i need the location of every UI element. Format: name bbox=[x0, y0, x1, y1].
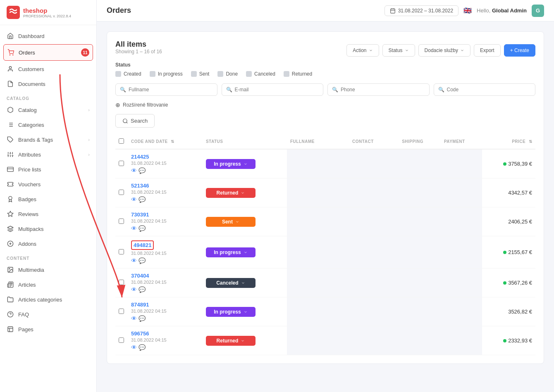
order-code-link[interactable]: 214425 bbox=[131, 154, 149, 160]
phone-input[interactable] bbox=[341, 87, 425, 93]
status-returned[interactable]: Returned bbox=[284, 71, 312, 77]
sidebar-item-multipacks[interactable]: Multipacks bbox=[0, 221, 96, 236]
chevron-down-icon bbox=[244, 310, 248, 314]
row-select-checkbox[interactable] bbox=[119, 161, 124, 166]
order-code-link[interactable]: 494821 bbox=[131, 240, 154, 250]
row-select-checkbox[interactable] bbox=[119, 337, 124, 343]
fullname-input[interactable] bbox=[129, 87, 213, 93]
create-button[interactable]: + Create bbox=[504, 44, 535, 57]
sidebar-item-dashboard[interactable]: Dashboard bbox=[0, 29, 96, 43]
order-code-link[interactable]: 370404 bbox=[131, 273, 149, 279]
sidebar-item-orders[interactable]: Orders 11 bbox=[3, 44, 93, 61]
orders-table-wrap: CODE AND DATE ⇅ STATUS FULLNAME CONTACT … bbox=[115, 134, 535, 355]
status-button[interactable]: Status bbox=[382, 44, 415, 57]
svg-line-40 bbox=[127, 122, 128, 123]
table-row: 494821 31.08.2022 04:15 👁 💬 In progress … bbox=[115, 236, 535, 268]
message-icon[interactable]: 💬 bbox=[138, 257, 146, 264]
status-dropdown-btn[interactable]: Canceled bbox=[206, 278, 256, 288]
dodacie-button[interactable]: Dodacie služby bbox=[418, 44, 470, 57]
row-shipping bbox=[399, 326, 441, 355]
chevron-down-icon bbox=[460, 48, 464, 52]
folder-icon bbox=[7, 296, 14, 303]
reviews-label: Reviews bbox=[18, 211, 38, 217]
message-icon[interactable]: 💬 bbox=[138, 286, 146, 293]
row-payment bbox=[441, 236, 482, 268]
sidebar-item-attributes[interactable]: Attributes › bbox=[0, 147, 96, 162]
status-dropdown-btn[interactable]: In progress bbox=[206, 307, 256, 317]
sidebar-item-customers[interactable]: Customers bbox=[0, 62, 96, 76]
order-code-link[interactable]: 521346 bbox=[131, 183, 149, 189]
categories-label: Categories bbox=[18, 122, 44, 128]
date-range-picker[interactable]: 31.08.2022 – 31.08.2022 bbox=[384, 5, 458, 16]
sidebar-item-documents[interactable]: Documents bbox=[0, 76, 96, 91]
message-icon[interactable]: 💬 bbox=[138, 167, 146, 174]
status-canceled[interactable]: Canceled bbox=[246, 71, 275, 77]
export-button[interactable]: Export bbox=[474, 44, 501, 57]
table-row: 874891 31.08.2022 04:15 👁 💬 In progress … bbox=[115, 297, 535, 326]
row-shipping bbox=[399, 207, 441, 236]
row-fullname bbox=[287, 268, 349, 297]
view-icon[interactable]: 👁 bbox=[131, 344, 137, 351]
sidebar-item-articles-categories[interactable]: Articles categories bbox=[0, 292, 96, 307]
status-dropdown-btn[interactable]: In progress bbox=[206, 159, 256, 169]
view-icon[interactable]: 👁 bbox=[131, 257, 137, 264]
sidebar-item-badges[interactable]: Badges bbox=[0, 192, 96, 207]
row-contact bbox=[349, 178, 399, 207]
th-checkbox bbox=[115, 134, 128, 149]
row-code-date: 370404 31.08.2022 04:15 👁 💬 bbox=[128, 268, 203, 297]
row-price: 3567,26 € bbox=[482, 268, 535, 297]
language-flag[interactable]: 🇬🇧 bbox=[463, 7, 472, 14]
view-icon[interactable]: 👁 bbox=[131, 225, 137, 232]
card-title-area: All items Showing 1 – 16 of 16 bbox=[115, 40, 162, 60]
view-icon[interactable]: 👁 bbox=[131, 286, 137, 293]
sidebar-item-faq[interactable]: FAQ bbox=[0, 307, 96, 322]
status-dropdown-btn[interactable]: Returned bbox=[206, 188, 256, 198]
view-icon[interactable]: 👁 bbox=[131, 196, 137, 203]
status-done[interactable]: Done bbox=[217, 71, 238, 77]
status-dropdown-btn[interactable]: Sent bbox=[206, 217, 256, 227]
order-code-link[interactable]: 730391 bbox=[131, 211, 149, 218]
sidebar: theshop PROFESSIONAL v. 2022.8.4 Dashboa… bbox=[0, 0, 97, 392]
user-avatar[interactable]: G bbox=[532, 5, 544, 17]
row-select-checkbox[interactable] bbox=[119, 219, 124, 224]
view-icon[interactable]: 👁 bbox=[131, 167, 137, 174]
sidebar-item-brands-tags[interactable]: Brands & Tags › bbox=[0, 132, 96, 147]
search-button[interactable]: Search bbox=[115, 114, 155, 128]
sidebar-item-addons[interactable]: Addons bbox=[0, 236, 96, 251]
email-input[interactable] bbox=[235, 87, 319, 93]
status-dropdown-btn[interactable]: In progress bbox=[206, 247, 256, 257]
sidebar-item-reviews[interactable]: Reviews bbox=[0, 207, 96, 221]
message-icon[interactable]: 💬 bbox=[138, 344, 146, 351]
sidebar-item-articles[interactable]: Articles bbox=[0, 277, 96, 292]
view-icon[interactable]: 👁 bbox=[131, 315, 137, 322]
message-icon[interactable]: 💬 bbox=[138, 315, 146, 322]
row-fullname bbox=[287, 326, 349, 355]
sidebar-item-price-lists[interactable]: Price lists bbox=[0, 162, 96, 177]
message-icon[interactable]: 💬 bbox=[138, 225, 146, 232]
sidebar-item-categories[interactable]: Categories bbox=[0, 117, 96, 132]
status-dropdown-btn[interactable]: Returned bbox=[206, 336, 256, 346]
sidebar-item-vouchers[interactable]: Vouchers bbox=[0, 177, 96, 192]
row-select-checkbox[interactable] bbox=[119, 190, 124, 195]
sidebar-item-pages[interactable]: Pages bbox=[0, 322, 96, 337]
advanced-filter-toggle[interactable]: ⊕ Rozšírené filtrovanie bbox=[115, 100, 535, 110]
row-select-checkbox[interactable] bbox=[119, 309, 124, 314]
card-header: All items Showing 1 – 16 of 16 Action St… bbox=[115, 40, 535, 60]
code-input[interactable] bbox=[447, 87, 531, 93]
sidebar-item-catalog[interactable]: Catalog › bbox=[0, 102, 96, 117]
action-button[interactable]: Action bbox=[346, 44, 379, 57]
svg-point-3 bbox=[9, 67, 11, 69]
svg-marker-23 bbox=[7, 211, 13, 216]
status-created[interactable]: Created bbox=[115, 71, 141, 77]
row-fullname bbox=[287, 297, 349, 326]
status-sent[interactable]: Sent bbox=[191, 71, 210, 77]
order-code-link[interactable]: 874891 bbox=[131, 302, 149, 308]
row-select-checkbox[interactable] bbox=[119, 249, 124, 254]
order-code-link[interactable]: 596756 bbox=[131, 330, 149, 337]
row-select-checkbox[interactable] bbox=[119, 280, 124, 285]
select-all-checkbox[interactable] bbox=[119, 138, 124, 144]
message-icon[interactable]: 💬 bbox=[138, 196, 146, 203]
status-inprogress[interactable]: In progress bbox=[150, 71, 183, 77]
sidebar-item-multimedia[interactable]: Multimedia bbox=[0, 262, 96, 277]
order-date: 31.08.2022 04:15 bbox=[131, 219, 199, 223]
